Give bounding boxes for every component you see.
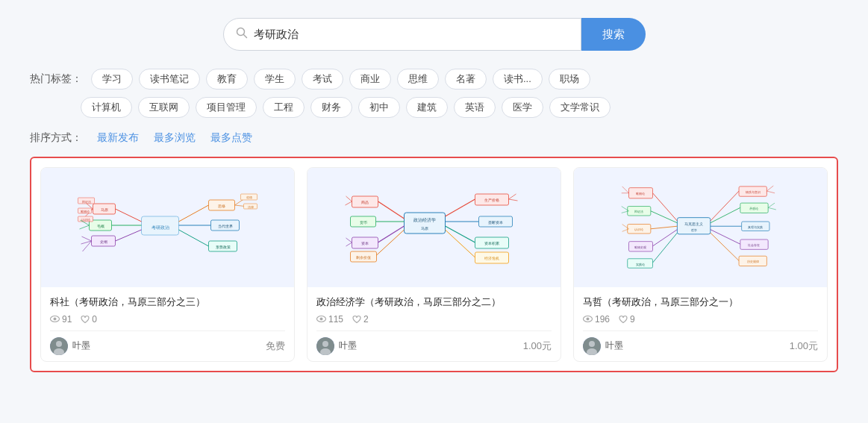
tag-dushubiji[interactable]: 读书笔记 [139,69,200,90]
search-icon [236,27,248,42]
tag-shangye[interactable]: 商业 [349,69,391,90]
svg-line-1 [243,35,246,38]
svg-text:垄断资本: 垄断资本 [488,220,503,225]
svg-point-46 [56,341,62,347]
svg-line-92 [651,211,678,223]
tags-row-2: 计算机 互联网 项目管理 工程 财务 初中 建筑 英语 医学 文学常识 [81,97,838,118]
tag-chuzhong[interactable]: 初中 [358,97,400,118]
svg-line-104 [711,191,739,221]
svg-line-79 [509,194,516,199]
tag-jisuanji[interactable]: 计算机 [81,97,132,118]
card-2-body: 政治经济学（考研政治，马原三部分之二） 115 2 [307,287,561,361]
tag-hulianwang[interactable]: 互联网 [138,97,190,118]
card-2-views: 115 [316,314,343,325]
svg-line-128 [768,207,776,210]
svg-text:矛盾论: 矛盾论 [750,207,759,210]
card-3-price: 1.00元 [790,339,818,353]
tag-yixue[interactable]: 医学 [502,97,543,118]
svg-text:经济危机: 经济危机 [484,256,499,260]
search-box: 考研政治 [223,18,581,51]
tag-xiangmu[interactable]: 项目管理 [196,97,257,118]
tag-dushu[interactable]: 读书... [493,69,543,90]
svg-point-132 [589,341,595,347]
svg-text:剩余价值: 剩余价值 [356,255,371,260]
card-3-author-name: 叶墨 [605,339,623,352]
svg-text:政治经济学: 政治经济学 [413,217,436,222]
tags-label: 热门标签： [30,72,82,86]
card-3-thumbnail: 马克思主义 哲学 唯物论 辩证法 认识论 唯物史观 实践论 [574,168,827,287]
svg-line-76 [346,201,352,205]
svg-line-38 [80,225,90,229]
svg-line-78 [346,242,352,246]
search-button[interactable]: 搜索 [581,18,646,51]
svg-text:唯物史观: 唯物史观 [635,245,647,249]
page-wrapper: 考研政治 搜索 热门标签： 学习 读书笔记 教育 学生 考试 商业 思维 名著 … [0,0,868,387]
tag-yingyu[interactable]: 英语 [454,97,496,118]
tag-jiaoyu[interactable]: 教育 [206,69,248,90]
svg-text:当代世界: 当代世界 [218,224,233,228]
card-2[interactable]: 政治经济学 马原 商品 货币 资本 剩余价值 生产价格 [307,167,561,362]
svg-text:毛概: 毛概 [97,224,104,228]
card-1-likes: 0 [81,314,97,325]
svg-line-75 [346,196,352,201]
card-2-footer: 叶墨 1.00元 [316,330,552,355]
tag-jianzhu[interactable]: 建筑 [406,97,448,118]
tags-row-1: 热门标签： 学习 读书笔记 教育 学生 考试 商业 思维 名著 读书... 职场 [30,69,838,90]
card-1[interactable]: 考研政治 马原 毛概 史纲 辩证法 [40,167,295,362]
svg-text:唯物论: 唯物论 [637,192,646,195]
svg-point-82 [320,318,323,321]
svg-text:实践论: 实践论 [636,263,645,266]
svg-line-57 [378,226,405,242]
card-3-stats: 196 9 [583,314,818,325]
svg-text:马克思主义: 马克思主义 [684,222,703,226]
svg-line-63 [446,199,475,216]
results-grid: 考研政治 马原 毛概 史纲 辩证法 [30,157,838,372]
tag-xuxi[interactable]: 学习 [91,69,133,90]
svg-line-10 [116,230,142,241]
svg-line-95 [651,226,678,229]
card-1-author: 叶墨 [50,337,90,355]
svg-point-44 [54,318,57,321]
sort-views[interactable]: 最多浏览 [154,131,196,145]
card-2-likes: 2 [352,314,369,325]
tags-section: 热门标签： 学习 读书笔记 教育 学生 考试 商业 思维 名著 读书... 职场… [30,69,838,118]
svg-text:唯物论: 唯物论 [81,210,90,213]
sort-label: 排序方式： [30,131,82,145]
card-2-title: 政治经济学（考研政治，马原三部分之二） [316,295,552,310]
svg-text:法律: 法律 [248,205,254,209]
svg-line-116 [711,233,739,260]
tag-wenxue[interactable]: 文学常识 [549,97,611,118]
svg-text:资本: 资本 [361,241,369,245]
svg-text:马原: 马原 [101,207,108,212]
svg-line-127 [768,203,775,207]
svg-line-125 [766,186,773,191]
svg-line-51 [378,201,405,219]
svg-line-40 [82,236,92,241]
search-area: 考研政治 搜索 [30,18,838,51]
card-1-body: 科社（考研政治，马原三部分之三） 91 0 [41,287,294,361]
svg-text:形势政策: 形势政策 [216,245,231,249]
svg-line-42 [83,241,92,251]
svg-text:资本积累: 资本积累 [484,241,499,245]
sort-latest[interactable]: 最新发布 [97,131,139,145]
svg-line-4 [116,209,142,222]
card-1-author-name: 叶墨 [72,339,90,352]
tag-caiwu[interactable]: 财务 [310,97,352,118]
svg-point-130 [587,318,590,321]
card-3-footer: 叶墨 1.00元 [583,330,818,355]
tag-siwei[interactable]: 思维 [397,69,439,90]
tag-kaoshi[interactable]: 考试 [302,69,343,90]
tag-xuesheng[interactable]: 学生 [254,69,296,90]
card-3[interactable]: 马克思主义 哲学 唯物论 辩证法 认识论 唯物史观 实践论 [573,167,828,362]
tag-zhichang[interactable]: 职场 [549,69,590,90]
card-2-thumbnail: 政治经济学 马原 商品 货币 资本 剩余价值 生产价格 [307,168,561,287]
card-2-stats: 115 2 [316,314,552,325]
card-1-price: 免费 [266,339,285,353]
sort-likes[interactable]: 最多点赞 [210,131,252,145]
tag-gongcheng[interactable]: 工程 [263,97,305,118]
search-input[interactable]: 考研政治 [254,28,569,41]
svg-line-28 [179,230,209,246]
card-1-avatar [50,337,68,355]
tag-mingzhu[interactable]: 名著 [445,69,487,90]
svg-text:真理与实践: 真理与实践 [748,225,763,229]
